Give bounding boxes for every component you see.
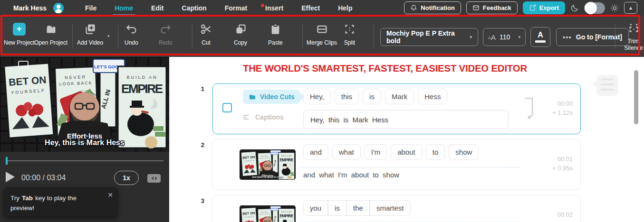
return-arrow-icon — [521, 96, 536, 122]
caption-row-3[interactable]: you is the smartest 00:02 — [212, 195, 581, 222]
row-duration-delta: + 0.95s — [552, 164, 573, 173]
collapse-toolbar-button[interactable]: ▲ — [624, 2, 637, 14]
copy-button[interactable]: Copy — [234, 23, 247, 46]
notification-dot — [261, 4, 264, 7]
user-avatar-icon[interactable] — [53, 3, 64, 13]
word-chip[interactable]: to — [426, 144, 445, 160]
word-chip[interactable]: is — [363, 89, 381, 104]
new-project-button[interactable]: + New Project — [4, 23, 35, 46]
word-chip[interactable]: about — [391, 144, 422, 160]
notification-button[interactable]: Notification — [404, 1, 461, 14]
menu-help[interactable]: Help — [338, 0, 352, 16]
separator — [374, 24, 374, 49]
playback-speed-button[interactable]: 1x — [114, 171, 139, 185]
redo-button[interactable]: Redo — [159, 23, 173, 46]
word-chip-list: you is the smartest — [303, 200, 410, 216]
tab-key-label: Tab — [22, 194, 33, 202]
menu-insert[interactable]: Insert — [265, 0, 283, 16]
menu-home[interactable]: Home — [115, 0, 133, 16]
preview-mode-button[interactable] — [147, 174, 161, 183]
add-video-button[interactable]: Add Video — [77, 23, 103, 46]
cut-button[interactable]: Cut — [200, 23, 212, 46]
row-start-time: 00:00 — [552, 99, 573, 108]
playhead-marker[interactable] — [6, 157, 8, 165]
word-chip[interactable]: Mark — [385, 89, 414, 104]
play-button[interactable] — [6, 172, 15, 182]
captions-label: Captions — [243, 113, 284, 121]
menu-bar: File Home Edit Caption Format Insert Eff… — [76, 0, 361, 16]
paste-button[interactable]: Paste — [268, 23, 283, 46]
menu-effect[interactable]: Effect — [301, 0, 320, 16]
menu-edit[interactable]: Edit — [151, 0, 163, 16]
thumbnail-frame — [240, 205, 296, 222]
menu-caption[interactable]: Caption — [182, 0, 207, 16]
caption-row-2[interactable]: and what I'm about to show and what I'm … — [212, 139, 581, 190]
word-chip[interactable]: Hey, — [303, 89, 331, 104]
video-frame — [0, 57, 169, 152]
toolbar: + New Project Open Project Add Video ▾ U… — [0, 16, 644, 57]
topbar-actions: Notification Feedback Export ▲ — [404, 1, 637, 14]
goto-format-button[interactable]: ••• Go to [Format] — [556, 28, 629, 46]
row-timing: 00:01 + 0.95s — [552, 155, 573, 173]
word-chip[interactable]: the — [346, 200, 370, 216]
word-chip[interactable]: and — [303, 144, 328, 160]
split-icon — [343, 23, 356, 36]
video-cuts-tag[interactable]: Video Cuts — [243, 90, 299, 104]
seek-bar[interactable] — [6, 160, 163, 161]
word-chip[interactable]: you — [303, 200, 328, 216]
word-chip[interactable]: what — [332, 144, 361, 160]
caret-down-icon: ▾ — [470, 35, 472, 39]
close-icon[interactable]: ✕ — [107, 190, 113, 200]
trim-silence-button[interactable]: Trim Silence — [619, 21, 644, 51]
font-color-button[interactable]: A — [530, 27, 550, 47]
row-start-time: 00:01 — [552, 155, 573, 164]
caption-text-input[interactable]: Hey, this is Mark Hess — [303, 110, 509, 129]
word-chip[interactable]: this — [335, 89, 359, 104]
document-title: THE WORLD'S SMARTEST, FASTEST, EASIEST V… — [187, 63, 583, 74]
theme-toggle[interactable] — [584, 2, 605, 14]
word-chip[interactable]: is — [328, 200, 346, 216]
caret-down-icon: ▾ — [518, 35, 520, 39]
redo-icon — [159, 23, 172, 36]
add-video-dropdown-caret[interactable]: ▾ — [107, 34, 110, 38]
row-start-time: 00:02 — [557, 210, 573, 219]
arrow-left-icon — [151, 176, 154, 180]
moon-icon — [570, 4, 579, 12]
open-project-button[interactable]: Open Project — [34, 23, 67, 46]
export-button[interactable]: Export — [523, 1, 565, 14]
preview-panel: Hey, this is Mark Hess 00:00 / 03:04 1x … — [0, 57, 169, 222]
undo-button[interactable]: Undo — [125, 23, 138, 46]
row-number: 1 — [192, 85, 204, 92]
user-name: Mark Hess — [13, 4, 47, 12]
copy-icon — [234, 23, 247, 36]
word-chip[interactable]: I'm — [365, 144, 387, 160]
separator — [192, 24, 192, 49]
top-menu-bar: Mark Hess File Home Edit Caption Format … — [0, 0, 644, 16]
add-video-icon — [84, 23, 96, 36]
menu-format[interactable]: Format — [225, 0, 247, 16]
word-chip[interactable]: show — [449, 144, 479, 160]
clip-thumbnail[interactable]: and what I'm about to show — [240, 149, 296, 180]
video-preview[interactable]: Hey, this is Mark Hess — [0, 57, 169, 152]
word-chip[interactable]: smartest — [370, 200, 411, 216]
caption-row-1[interactable]: Video Cuts Hey, this is Mark Hess Captio… — [212, 83, 581, 134]
row-number: 3 — [192, 197, 204, 204]
word-chip[interactable]: Hess — [418, 89, 447, 104]
scrollbar-thumb[interactable] — [634, 70, 638, 124]
ellipsis-icon: ••• — [563, 33, 572, 41]
separator — [615, 24, 615, 49]
font-family-select[interactable]: Mochiy Pop E P Extra bold ▾ — [380, 28, 478, 46]
envelope-icon — [472, 4, 480, 11]
font-size-select[interactable]: AA 110 ▾ — [483, 28, 526, 46]
row-number: 2 — [192, 141, 204, 148]
split-button[interactable]: Split — [343, 23, 356, 46]
tab-hint-tooltip: TryTabkey to play the preview! ✕ — [4, 187, 118, 217]
caption-text[interactable]: and what I'm about to show — [303, 171, 399, 179]
feedback-button[interactable]: Feedback — [466, 1, 518, 14]
row-checkbox[interactable] — [222, 103, 232, 112]
merge-clips-button[interactable]: Merge Clips — [307, 23, 337, 46]
clip-thumbnail[interactable] — [240, 205, 296, 222]
caret-up-icon: ▲ — [628, 5, 633, 10]
preview-caption-overlay: Hey, this is Mark Hess — [0, 139, 169, 147]
menu-file[interactable]: File — [85, 0, 96, 16]
